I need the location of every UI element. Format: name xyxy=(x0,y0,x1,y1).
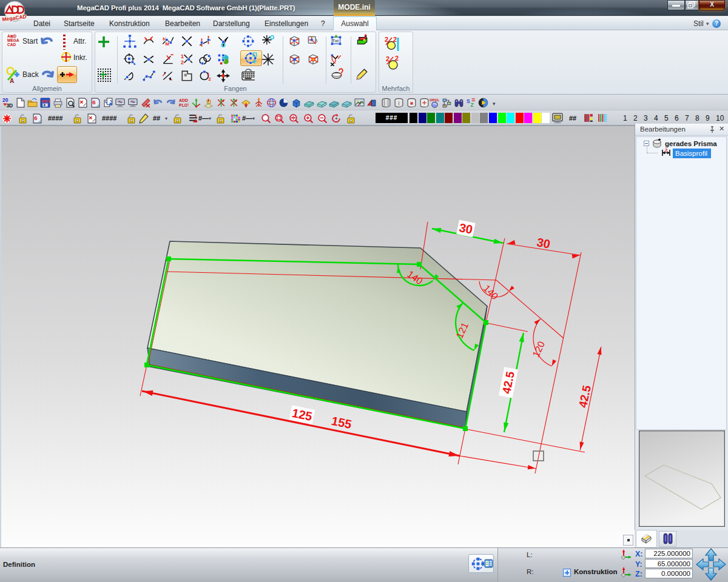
svg-text:PLOT: PLOT xyxy=(179,103,189,107)
svg-text:S: S xyxy=(467,98,470,104)
svg-text:2: 2 xyxy=(395,55,399,62)
svg-text:2: 2 xyxy=(665,148,668,153)
svg-text:2: 2 xyxy=(181,59,184,65)
svg-text:ADD: ADD xyxy=(179,98,188,102)
svg-text:1: 1 xyxy=(181,53,184,59)
svg-text:2: 2 xyxy=(209,76,211,82)
svg-text:6: 6 xyxy=(34,115,37,121)
svg-text:PRT: PRT xyxy=(41,99,50,104)
svg-text:Z: Z xyxy=(470,102,473,108)
svg-text:OPGL: OPGL xyxy=(430,98,440,102)
svg-text:A: A xyxy=(10,78,14,84)
svg-text:30: 30 xyxy=(536,235,551,251)
svg-text:3D: 3D xyxy=(6,102,13,108)
svg-text:δ: δ xyxy=(315,38,317,44)
svg-text:6: 6 xyxy=(92,99,95,105)
svg-text:30: 30 xyxy=(458,221,474,236)
svg-text:Txt: Txt xyxy=(332,38,339,44)
svg-text:M: M xyxy=(166,41,169,47)
svg-text:2: 2 xyxy=(393,36,397,43)
